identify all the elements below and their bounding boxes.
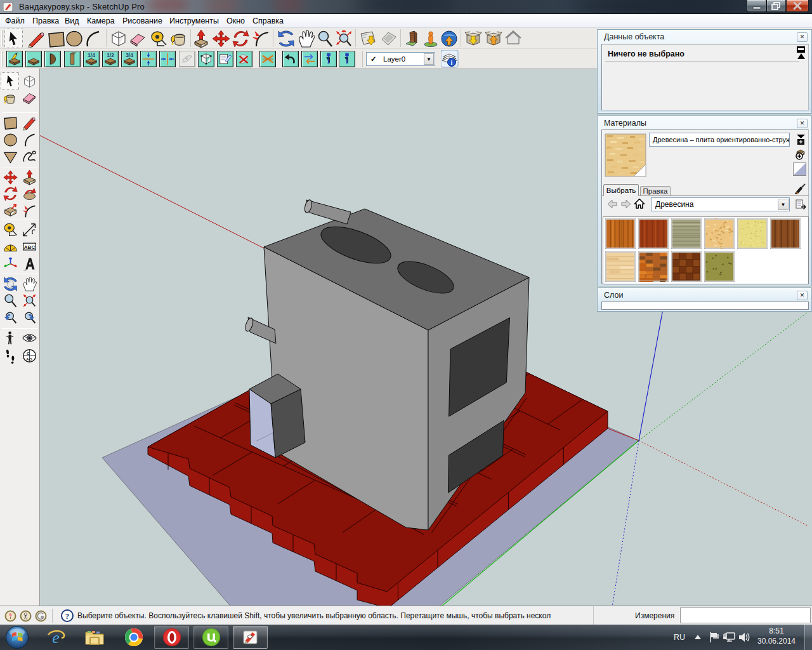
svg-text:?: ? xyxy=(65,611,70,621)
svg-text:i: i xyxy=(327,55,331,65)
svg-text:i: i xyxy=(346,55,349,65)
svg-text:ABC: ABC xyxy=(24,244,36,250)
svg-text:i: i xyxy=(451,59,453,66)
svg-text:A-5: A-5 xyxy=(26,357,32,361)
svg-text:C: C xyxy=(27,351,30,355)
